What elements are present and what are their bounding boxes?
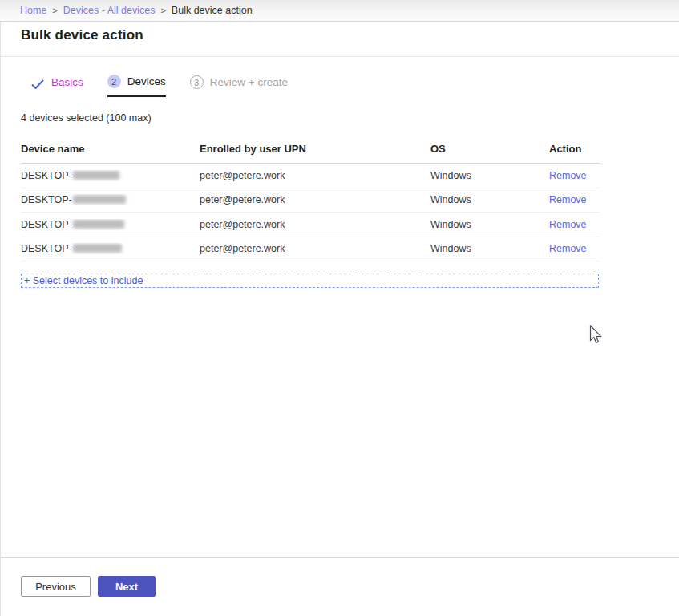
- table-header-row: Device name Enrolled by user UPN OS Acti…: [21, 134, 600, 164]
- tab-devices[interactable]: 2 Devices: [107, 75, 166, 97]
- upn-cell: peter@petere.work: [200, 194, 430, 205]
- bulk-device-action-page: Home > Devices - All devices > Bulk devi…: [0, 0, 679, 616]
- footer-buttons: Previous Next: [21, 576, 156, 597]
- step-number-badge: 3: [190, 75, 204, 89]
- remove-link[interactable]: Remove: [549, 170, 587, 181]
- action-cell: Remove: [549, 170, 600, 181]
- table-row: DESKTOP- peter@petere.work Windows Remov…: [21, 213, 600, 237]
- breadcrumb-current: Bulk device action: [172, 5, 253, 16]
- page-title: Bulk device action: [21, 27, 143, 43]
- title-divider: [1, 56, 679, 57]
- tab-basics-label: Basics: [51, 76, 83, 88]
- remove-link[interactable]: Remove: [549, 219, 587, 230]
- upn-cell: peter@petere.work: [200, 170, 430, 181]
- selection-summary: 4 devices selected (100 max): [21, 112, 152, 124]
- select-devices-to-include-link[interactable]: + Select devices to include: [21, 274, 599, 288]
- redacted-device-name: [73, 220, 124, 229]
- next-button[interactable]: Next: [98, 576, 156, 597]
- column-header-os: OS: [430, 143, 549, 155]
- redacted-device-name: [73, 244, 122, 253]
- table-row: DESKTOP- peter@petere.work Windows Remov…: [21, 237, 600, 262]
- devices-table: Device name Enrolled by user UPN OS Acti…: [21, 134, 600, 261]
- breadcrumb-separator-icon: >: [52, 6, 57, 15]
- step-number-badge: 2: [107, 75, 121, 88]
- action-cell: Remove: [549, 219, 600, 230]
- remove-link[interactable]: Remove: [549, 194, 587, 205]
- os-cell: Windows: [430, 170, 549, 181]
- table-body: DESKTOP- peter@petere.work Windows Remov…: [21, 164, 600, 261]
- column-header-enrolled-upn: Enrolled by user UPN: [200, 143, 430, 155]
- content-pane: Bulk device action Basics 2 Devices 3 Re…: [0, 22, 679, 616]
- tab-devices-label: Devices: [127, 75, 166, 87]
- redacted-device-name: [73, 195, 126, 204]
- device-name-prefix: DESKTOP-: [21, 194, 72, 205]
- checkmark-icon: [31, 78, 44, 87]
- remove-link[interactable]: Remove: [549, 243, 587, 254]
- previous-button[interactable]: Previous: [21, 576, 91, 597]
- table-row: DESKTOP- peter@petere.work Windows Remov…: [21, 188, 600, 213]
- column-header-action: Action: [549, 143, 600, 155]
- breadcrumb-separator-icon: >: [160, 6, 165, 15]
- column-header-device-name: Device name: [21, 143, 200, 155]
- breadcrumb-link-home[interactable]: Home: [20, 5, 46, 16]
- table-row: DESKTOP- peter@petere.work Windows Remov…: [21, 164, 600, 188]
- tab-review-create-label: Review + create: [210, 76, 288, 88]
- device-name-cell: DESKTOP-: [21, 219, 200, 230]
- action-cell: Remove: [549, 243, 600, 254]
- device-name-cell: DESKTOP-: [21, 243, 200, 254]
- device-name-prefix: DESKTOP-: [21, 243, 72, 254]
- upn-cell: peter@petere.work: [200, 243, 430, 254]
- os-cell: Windows: [430, 243, 549, 254]
- device-name-cell: DESKTOP-: [21, 194, 200, 205]
- select-devices-label: + Select devices to include: [24, 275, 143, 286]
- device-name-prefix: DESKTOP-: [21, 170, 72, 181]
- breadcrumb-link-devices-all-devices[interactable]: Devices - All devices: [63, 5, 156, 16]
- footer-divider: [1, 557, 679, 558]
- os-cell: Windows: [430, 219, 549, 230]
- action-cell: Remove: [549, 194, 600, 205]
- mouse-cursor-icon: [589, 325, 604, 347]
- device-name-cell: DESKTOP-: [21, 170, 200, 181]
- wizard-steps: Basics 2 Devices 3 Review + create: [31, 75, 288, 97]
- breadcrumb: Home > Devices - All devices > Bulk devi…: [0, 0, 679, 22]
- tab-review-create[interactable]: 3 Review + create: [190, 75, 288, 96]
- device-name-prefix: DESKTOP-: [21, 219, 72, 230]
- tab-basics[interactable]: Basics: [31, 76, 83, 95]
- upn-cell: peter@petere.work: [200, 219, 430, 230]
- redacted-device-name: [73, 171, 119, 180]
- os-cell: Windows: [430, 194, 549, 205]
